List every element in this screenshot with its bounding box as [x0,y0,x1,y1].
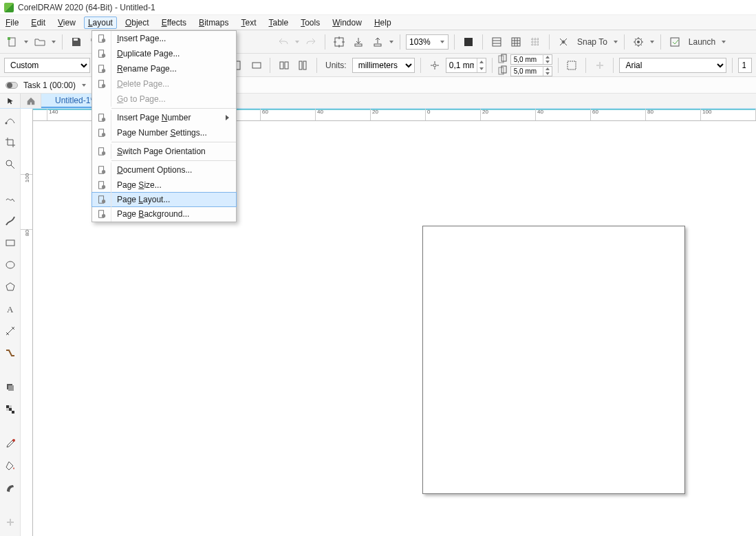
menu-item-page-size[interactable]: Page Size... [92,178,236,193]
menu-item-duplicate-page[interactable]: Duplicate Page... [92,46,236,61]
pick-tool-tab[interactable] [0,94,21,108]
svg-point-29 [6,160,12,166]
menu-text[interactable]: Text [241,18,256,28]
menu-item-switch-page-orientation[interactable]: Switch Page Orientation [92,144,236,159]
menu-edit[interactable]: Edit [31,18,45,28]
all-pages-icon[interactable] [276,57,292,74]
shape-tool-icon[interactable] [3,113,18,128]
svg-point-44 [102,54,105,57]
dup-y-combo[interactable] [510,66,552,76]
nudge-combo[interactable] [446,58,486,73]
current-page-icon[interactable] [295,57,311,74]
menu-item-document-options[interactable]: Document Options... [92,162,236,178]
menu-item-page-layout[interactable]: Page Layout... [91,192,237,207]
nudge-input[interactable] [446,61,477,70]
fullscreen-icon[interactable] [460,34,477,50]
page-preset-combo[interactable]: Custom [4,58,90,73]
options-icon[interactable] [630,34,647,50]
toolbox: A [0,109,21,536]
save-icon[interactable] [68,34,85,50]
parallel-dim-icon[interactable] [3,323,18,339]
menu-item-label: Delete Page... [117,79,169,89]
home-tab[interactable] [21,94,41,108]
menu-table[interactable]: Table [268,18,288,28]
menu-window[interactable]: Window [332,18,362,28]
eyedropper-icon[interactable] [3,436,18,451]
grid2-icon[interactable] [508,34,524,50]
svg-rect-27 [568,61,576,69]
svg-point-54 [102,151,105,155]
landscape-icon[interactable] [248,57,264,74]
dup-x-input[interactable] [511,56,543,63]
grid3-icon[interactable] [527,34,543,50]
font-combo[interactable]: Arial [619,58,726,73]
menu-view[interactable]: View [58,18,76,28]
dup-x-combo[interactable] [510,54,552,65]
menu-item-page-number-settings[interactable]: Page Number Settings... [92,125,236,140]
menu-item-label: Insert Page Number [117,113,191,122]
menu-item-label: Switch Page Orientation [117,147,206,156]
open-icon[interactable] [32,34,48,50]
options-dropdown[interactable] [649,34,655,50]
redo-icon[interactable] [303,34,319,50]
menu-item-insert-page[interactable]: Insert Page... [92,31,236,46]
launch-label[interactable]: Launch [686,37,718,47]
menu-layout[interactable]: Layout [84,17,117,29]
fontsize-input[interactable] [739,61,748,70]
grid1-icon[interactable] [488,34,505,50]
task-toggle[interactable] [6,82,18,89]
menu-item-insert-page-number[interactable]: Insert Page Number [92,110,236,125]
new-doc-icon[interactable] [4,34,21,50]
rectangle-tool-icon[interactable] [3,235,18,250]
menu-item-label: Page Background... [117,209,189,219]
menu-bar[interactable]: FileEditViewLayoutObjectEffectsBitmapsTe… [0,15,756,30]
crop-tool-icon[interactable] [3,135,18,150]
snap-to-label[interactable]: Snap To [574,37,610,47]
freehand-tool-icon[interactable] [3,191,18,206]
menu-item-page-background[interactable]: Page Background... [92,206,236,222]
svg-rect-30 [6,240,14,246]
outline-tool-icon[interactable] [3,480,18,495]
ruler-tick: 80 [21,229,32,236]
menu-file[interactable]: File [6,18,19,28]
artistic-media-icon[interactable] [3,213,18,228]
zoom-combo[interactable] [406,34,449,50]
task-dropdown[interactable] [81,77,87,94]
export-dropdown[interactable] [389,34,394,50]
polygon-tool-icon[interactable] [3,279,18,294]
transparency-icon[interactable] [3,402,18,417]
menu-help[interactable]: Help [374,18,391,28]
menu-effects[interactable]: Effects [162,18,186,28]
snap-icon[interactable] [555,34,572,50]
new-doc-dropdown[interactable] [23,34,29,50]
add-tool-icon[interactable] [3,515,18,530]
import-icon[interactable] [350,34,367,50]
dup-y-input[interactable] [511,67,543,75]
undo-dropdown[interactable] [294,34,300,50]
fontsize-combo[interactable] [738,58,752,73]
zoom-input[interactable] [407,37,437,47]
text-tool-icon[interactable]: A [3,301,18,317]
menu-item-label: Page Number Settings... [117,128,207,138]
menu-object[interactable]: Object [125,18,149,28]
locate-icon[interactable] [331,34,347,50]
bounding-box-icon[interactable] [564,57,580,74]
open-dropdown[interactable] [51,34,56,50]
menu-tools[interactable]: Tools [301,18,320,28]
drop-shadow-icon[interactable] [3,380,18,395]
menu-bitmaps[interactable]: Bitmaps [199,18,228,28]
zoom-tool-icon[interactable] [3,157,18,172]
fill-tool-icon[interactable] [3,458,18,473]
launch-icon[interactable] [667,34,683,50]
add-icon[interactable] [592,57,607,74]
separator [585,58,586,73]
page-rectangle [422,226,685,494]
snap-to-dropdown[interactable] [613,34,618,50]
launch-dropdown[interactable] [721,34,726,50]
ellipse-tool-icon[interactable] [3,257,18,272]
menu-item-rename-page[interactable]: Rename Page... [92,61,236,76]
undo-icon[interactable] [275,34,292,50]
export-icon[interactable] [369,34,386,50]
units-combo[interactable]: millimeters [352,58,415,73]
connector-tool-icon[interactable] [3,345,18,361]
